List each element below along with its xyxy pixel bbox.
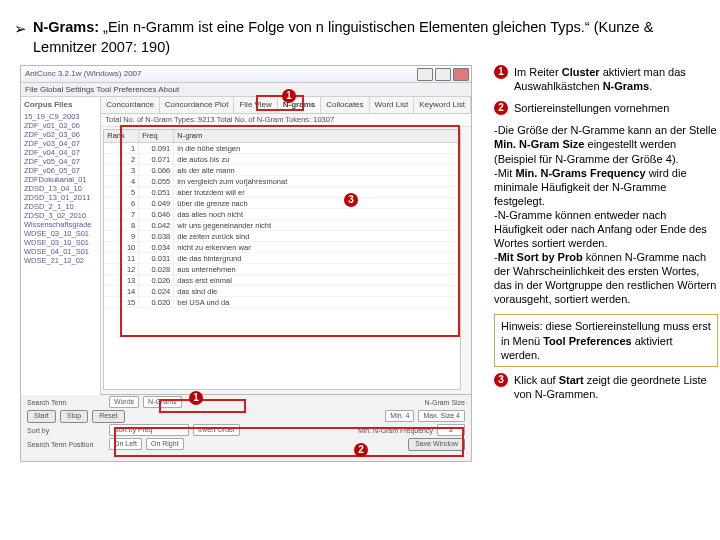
corpus-file-item[interactable]: ZDF_v03_04_07 bbox=[24, 139, 97, 148]
tab-keyword-list[interactable]: Keyword List bbox=[414, 97, 471, 113]
corpus-file-item[interactable]: WDSE_03_10_S01 bbox=[24, 238, 97, 247]
corpus-file-item[interactable]: WDSE_21_12_02 bbox=[24, 256, 97, 265]
ngram-max[interactable]: Max. Size 4 bbox=[418, 410, 465, 422]
start-button[interactable]: Start bbox=[27, 410, 56, 423]
tab-concordance-plot[interactable]: Concordance Plot bbox=[160, 97, 235, 113]
minimize-icon[interactable] bbox=[417, 68, 433, 81]
corpus-file-item[interactable]: ZDF_v02_03_06 bbox=[24, 130, 97, 139]
step-2-text: Sortiereinstellungen vornehmen bbox=[514, 101, 669, 115]
corpus-file-item[interactable]: ZDF_v05_04_07 bbox=[24, 157, 97, 166]
tab-word-list[interactable]: Word List bbox=[370, 97, 415, 113]
corpus-file-item[interactable]: ZDSD_13_04_10 bbox=[24, 184, 97, 193]
search-pos-label: Search Term Position bbox=[27, 441, 105, 448]
corpus-file-item[interactable]: ZDSD_2_1_10 bbox=[24, 202, 97, 211]
maximize-icon[interactable] bbox=[435, 68, 451, 81]
tab-concordance[interactable]: Concordance bbox=[101, 97, 160, 113]
window-titlebar: AntConc 3.2.1w (Windows) 2007 bbox=[21, 66, 471, 83]
ngram-min[interactable]: Min. 4 bbox=[385, 410, 414, 422]
heading-quote: „Ein n-Gramm ist eine Folge von n lingui… bbox=[33, 19, 653, 55]
reset-button[interactable]: Reset bbox=[92, 410, 124, 423]
corpus-file-item[interactable]: ZDSD_3_02_2010 bbox=[24, 211, 97, 220]
heading-term: N-Grams: bbox=[33, 19, 99, 35]
corpus-file-item[interactable]: ZDF_v06_05_07 bbox=[24, 166, 97, 175]
sortby-label: Sort by bbox=[27, 427, 105, 434]
corpus-file-item[interactable]: ZDSD_13_01_2011 bbox=[24, 193, 97, 202]
bullet-icon: ➢ bbox=[14, 20, 27, 38]
heading-text: N-Grams: „Ein n-Gramm ist eine Folge von… bbox=[33, 18, 706, 57]
tool-preferences-note: Hinweis: diese Sortiereinstellung muss e… bbox=[494, 314, 718, 367]
step-1: 1 Im Reiter Cluster aktiviert man das Au… bbox=[494, 65, 718, 93]
corpus-file-item[interactable]: ZDFDokukanal_01 bbox=[24, 175, 97, 184]
corpus-file-item[interactable]: Wissenschaftsgrade bbox=[24, 220, 97, 229]
highlight-ngrams-checkbox bbox=[159, 399, 246, 413]
step-2-details: -Die Größe der N-Gramme kann an der Stel… bbox=[494, 123, 718, 306]
corpus-file-item[interactable]: WDSE_04_01_S01 bbox=[24, 247, 97, 256]
step-1-badge: 1 bbox=[494, 65, 508, 79]
step-3-text: Klick auf Start zeigt die geordnete List… bbox=[514, 373, 718, 401]
close-icon[interactable] bbox=[453, 68, 469, 81]
heading: ➢ N-Grams: „Ein n-Gramm ist eine Folge v… bbox=[14, 18, 706, 57]
corpus-files-panel: Corpus Files 15_19_C9_2003ZDF_v01_02_06Z… bbox=[21, 97, 101, 396]
tab-collocates[interactable]: Collocates bbox=[321, 97, 369, 113]
step-3: 3 Klick auf Start zeigt die geordnete Li… bbox=[494, 373, 718, 401]
step-1-text: Im Reiter Cluster aktiviert man das Ausw… bbox=[514, 65, 718, 93]
corpus-file-item[interactable]: ZDF_v01_02_06 bbox=[24, 121, 97, 130]
step-3-badge: 3 bbox=[494, 373, 508, 387]
highlight-tab-ngrams bbox=[256, 95, 304, 111]
step-2: 2 Sortiereinstellungen vornehmen bbox=[494, 101, 718, 115]
menu-bar[interactable]: File Global Settings Tool Preferences Ab… bbox=[21, 83, 471, 97]
content-area: AntConc 3.2.1w (Windows) 2007 File Globa… bbox=[14, 65, 706, 495]
window-buttons bbox=[417, 68, 469, 81]
corpus-file-item[interactable]: WDSE_03_10_S01 bbox=[24, 229, 97, 238]
window-title: AntConc 3.2.1w (Windows) 2007 bbox=[25, 69, 142, 78]
corpus-file-item[interactable]: ZDF_v04_04_07 bbox=[24, 148, 97, 157]
stop-button[interactable]: Stop bbox=[60, 410, 88, 423]
words-toggle[interactable]: Words bbox=[109, 396, 139, 408]
highlight-sort-settings bbox=[114, 427, 464, 457]
highlight-results bbox=[120, 125, 460, 337]
ngram-size-label: N-Gram Size bbox=[425, 399, 465, 406]
corpus-files-header: Corpus Files bbox=[24, 100, 97, 109]
slide: ➢ N-Grams: „Ein n-Gramm ist eine Folge v… bbox=[0, 0, 720, 540]
explanations: 1 Im Reiter Cluster aktiviert man das Au… bbox=[494, 65, 718, 409]
step-2-badge: 2 bbox=[494, 101, 508, 115]
corpus-file-item[interactable]: 15_19_C9_2003 bbox=[24, 112, 97, 121]
search-term-label: Search Term bbox=[27, 399, 105, 406]
